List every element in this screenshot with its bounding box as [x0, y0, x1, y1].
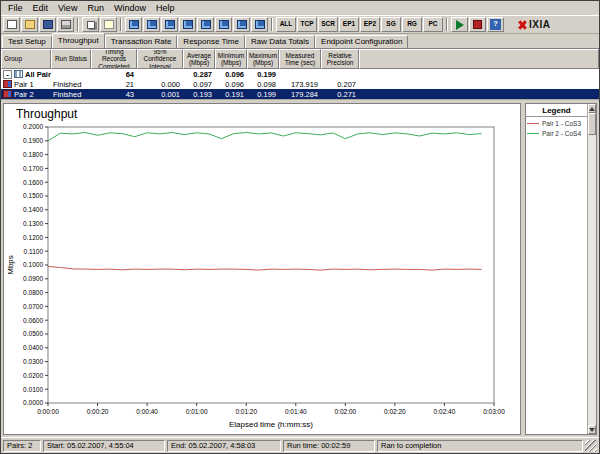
menu-run[interactable]: Run — [82, 3, 109, 13]
tab-raw-data-totals[interactable]: Raw Data Totals — [245, 35, 315, 48]
copy-test-icon — [87, 21, 95, 29]
svg-text:0:01:40: 0:01:40 — [285, 408, 307, 415]
legend-scrollbar[interactable] — [587, 104, 596, 434]
scrollbar-thumb[interactable] — [588, 113, 596, 135]
add-pair-button[interactable] — [125, 17, 142, 32]
edit-multicast-group-icon — [219, 20, 229, 29]
column-header[interactable]: Run Status — [51, 49, 91, 69]
column-header[interactable]: Relative Precision — [321, 49, 359, 69]
view-filter-sg[interactable]: SG — [381, 17, 401, 32]
add-multicast-group-button[interactable] — [197, 17, 214, 32]
scroll-up-icon[interactable] — [588, 104, 596, 113]
cell: 0.207 — [321, 80, 359, 89]
cell: 0.096 — [215, 70, 247, 79]
menu-window[interactable]: Window — [109, 3, 151, 13]
chart-title: Throughput — [4, 104, 520, 121]
x-axis-title: Elapsed time (h:mm:ss) — [229, 420, 313, 429]
table-row[interactable]: Pair 1Finished210.0000.0970.0960.098173.… — [1, 79, 599, 89]
svg-text:0.1900: 0.1900 — [23, 137, 43, 144]
column-header[interactable]: Timing Records Completed — [91, 49, 137, 69]
y-axis-title: Mbps — [6, 255, 15, 275]
svg-text:0.0100: 0.0100 — [23, 386, 43, 393]
table-row[interactable]: Pair 2Finished430.0010.1930.1910.199179.… — [1, 89, 599, 99]
swap-endpoints-button[interactable] — [179, 17, 196, 32]
edit-multicast-group-button[interactable] — [215, 17, 232, 32]
copy-test-button[interactable] — [82, 17, 99, 32]
cell: 0.096 — [215, 80, 247, 89]
svg-text:0.0300: 0.0300 — [23, 358, 43, 365]
svg-text:0.1100: 0.1100 — [24, 248, 44, 255]
new-test-button[interactable] — [3, 17, 20, 32]
cell: 0.199 — [247, 90, 279, 99]
column-header[interactable]: 95% Confidence Interval — [137, 49, 183, 69]
print-button[interactable] — [57, 17, 74, 32]
svg-text:0:00:00: 0:00:00 — [37, 408, 59, 415]
save-test-button[interactable] — [39, 17, 56, 32]
ixia-logo-text: IXIA — [529, 19, 550, 30]
run-test-button[interactable] — [451, 17, 468, 32]
cell: 43 — [91, 90, 137, 99]
tab-response-time[interactable]: Response Time — [177, 35, 245, 48]
view-filter-rg[interactable]: RG — [402, 17, 422, 32]
resize-grip[interactable] — [585, 440, 597, 452]
row-label: Pair 2 — [14, 90, 34, 99]
column-header[interactable]: Measured Time (sec) — [279, 49, 321, 69]
legend-entry: Pair 1 - CoS3 — [526, 117, 587, 127]
legend-line-sample — [527, 133, 539, 134]
connect-endpoints-button[interactable] — [233, 17, 250, 32]
tab-transaction-rate[interactable]: Transaction Rate — [105, 35, 178, 48]
column-header-filler — [359, 49, 599, 69]
menu-edit[interactable]: Edit — [28, 3, 54, 13]
menu-help[interactable]: Help — [151, 3, 180, 13]
tab-test-setup[interactable]: Test Setup — [2, 35, 52, 48]
content-area: Throughput 0.00000.01000.02000.03000.040… — [1, 100, 599, 437]
legend-line-sample — [527, 123, 539, 124]
svg-text:0.0900: 0.0900 — [23, 275, 43, 282]
menu-file[interactable]: File — [3, 3, 28, 13]
replicate-pair-button[interactable] — [161, 17, 178, 32]
toolbar-separator — [446, 18, 448, 31]
cell: 0.097 — [183, 80, 215, 89]
help-button[interactable]: ? — [487, 17, 504, 32]
replicate-pair-icon — [165, 20, 175, 29]
svg-text:0.0600: 0.0600 — [23, 317, 43, 324]
svg-text:0.0400: 0.0400 — [23, 344, 43, 351]
view-filter-all[interactable]: ALL — [276, 17, 296, 32]
tab-endpoint-configuration[interactable]: Endpoint Configuration — [315, 35, 408, 48]
view-filter-ep2[interactable]: EP2 — [360, 17, 380, 32]
column-header[interactable]: Group — [1, 49, 51, 69]
view-filter-tcp[interactable]: TCP — [297, 17, 317, 32]
stop-test-button[interactable] — [469, 17, 486, 32]
ixia-x-icon — [518, 20, 527, 30]
column-header[interactable]: Maximum (Mbps) — [247, 49, 279, 69]
tab-throughput[interactable]: Throughput — [52, 33, 105, 48]
table-row[interactable]: -All Pairs640.2870.0960.199 — [1, 69, 599, 79]
scroll-down-icon[interactable] — [588, 425, 596, 434]
menu-view[interactable]: View — [53, 3, 82, 13]
status-completion-status: Ran to completion — [377, 440, 583, 452]
collapse-icon[interactable]: - — [3, 70, 12, 79]
message-log-button[interactable] — [100, 17, 117, 32]
help-icon: ? — [490, 19, 501, 30]
status-pairs-count: Pairs: 2 — [3, 440, 41, 452]
view-filter-ep1[interactable]: EP1 — [339, 17, 359, 32]
status-run-time: Run time: 00:02:59 — [283, 440, 375, 452]
svg-text:0.1600: 0.1600 — [23, 179, 43, 186]
edit-pair-button[interactable] — [143, 17, 160, 32]
column-header[interactable]: Minimum (Mbps) — [215, 49, 247, 69]
disconnect-endpoints-button[interactable] — [251, 17, 268, 32]
add-pair-icon — [129, 20, 139, 29]
open-test-button[interactable] — [21, 17, 38, 32]
svg-text:0:00:20: 0:00:20 — [87, 408, 109, 415]
svg-text:0:03:00: 0:03:00 — [483, 408, 505, 415]
cell: Finished — [51, 90, 91, 99]
svg-text:0.1400: 0.1400 — [23, 206, 43, 213]
view-filter-scr[interactable]: SCR — [318, 17, 338, 32]
cell: 0.193 — [183, 90, 215, 99]
cell: Finished — [51, 80, 91, 89]
view-filter-pc[interactable]: PC — [423, 17, 443, 32]
svg-text:0.1200: 0.1200 — [23, 234, 43, 241]
column-header[interactable]: Average (Mbps) — [183, 49, 215, 69]
stop-test-icon — [473, 20, 482, 29]
disconnect-endpoints-icon — [255, 20, 265, 29]
